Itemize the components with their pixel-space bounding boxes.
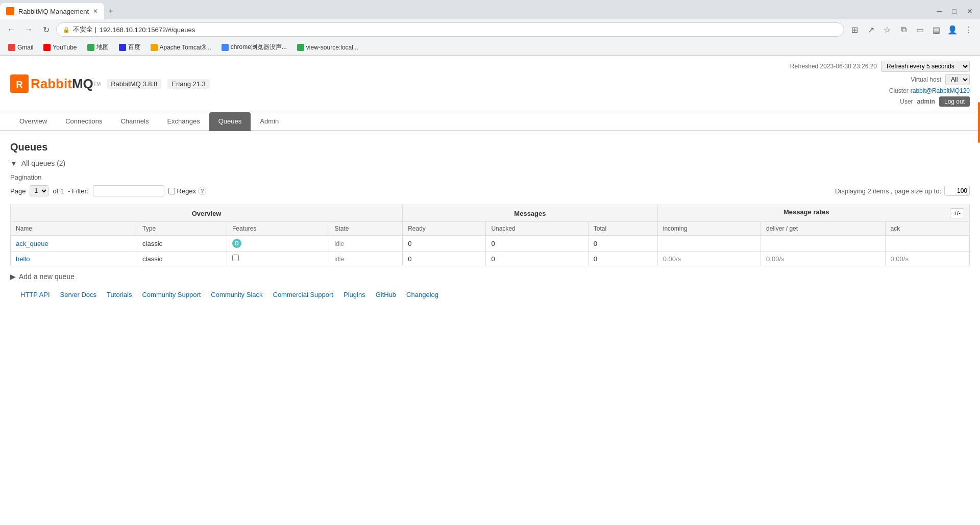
queue-link[interactable]: hello: [16, 255, 30, 263]
maximize-button[interactable]: □: [949, 6, 960, 16]
plus-minus-button[interactable]: +/-: [950, 208, 964, 218]
cluster-link[interactable]: rabbit@RabbitMQ120: [911, 87, 970, 94]
regex-checkbox[interactable]: [168, 188, 175, 194]
pagination-label: Pagination: [10, 173, 970, 181]
tab-overview[interactable]: Overview: [10, 112, 56, 131]
feature-badge: D: [232, 239, 241, 248]
tab-admin[interactable]: Admin: [251, 112, 288, 131]
tab-favicon: [6, 7, 14, 15]
cast-icon[interactable]: ▭: [913, 22, 927, 37]
bookmark-baidu[interactable]: 百度: [115, 42, 144, 53]
address-input[interactable]: 🔒 不安全 | 192.168.10.120:15672/#/queues: [56, 22, 844, 37]
bookmark-gmail[interactable]: Gmail: [4, 43, 37, 52]
menu-icon[interactable]: ⋮: [962, 22, 976, 37]
forward-button[interactable]: →: [21, 22, 36, 37]
back-button[interactable]: ←: [4, 22, 18, 37]
rabbitmq-version: RabbitMQ 3.8.8: [107, 79, 161, 89]
col-unacked: Unacked: [486, 222, 588, 236]
footer-link[interactable]: HTTP API: [20, 291, 50, 298]
page-size-input[interactable]: [944, 186, 970, 196]
footer-link[interactable]: Community Support: [142, 291, 201, 298]
minimize-button[interactable]: ─: [934, 6, 945, 16]
col-features: Features: [227, 222, 329, 236]
footer-link[interactable]: GitHub: [376, 291, 396, 298]
vhost-select[interactable]: All: [945, 74, 970, 85]
refresh-select[interactable]: Refresh every 5 seconds Refresh every 10…: [881, 61, 970, 72]
filter-input[interactable]: [93, 185, 164, 196]
footer-link[interactable]: Plugins: [344, 291, 365, 298]
logout-button[interactable]: Log out: [939, 96, 970, 107]
queue-incoming-cell: [657, 236, 761, 252]
col-ack: ack: [885, 222, 969, 236]
col-deliver-get: deliver / get: [761, 222, 885, 236]
share-icon[interactable]: ↗: [864, 22, 878, 37]
refreshed-timestamp: Refreshed 2023-06-30 23:26:20: [790, 63, 877, 70]
col-ready: Ready: [403, 222, 486, 236]
logo-mq: MQ: [72, 76, 93, 92]
bookmark-source[interactable]: view-source:local...: [293, 43, 362, 52]
footer-link[interactable]: Changelog: [406, 291, 438, 298]
active-tab[interactable]: RabbitMQ Management ✕: [0, 3, 104, 19]
close-button[interactable]: ✕: [964, 6, 976, 16]
queue-state-cell: idle: [329, 252, 403, 266]
bookmark-tomcat[interactable]: Apache Tomcat®...: [146, 43, 215, 52]
tab-channels[interactable]: Channels: [111, 112, 158, 131]
sidebar-icon[interactable]: ▤: [929, 22, 943, 37]
section-overview: Overview: [11, 205, 403, 222]
window-controls: ─ □ ✕: [934, 6, 980, 16]
queue-features-cell: [227, 252, 329, 266]
vhost-row: Virtual host All: [911, 74, 970, 85]
pagination-info: Displaying 2 items , page size up to:: [835, 186, 970, 196]
tab-connections[interactable]: Connections: [56, 112, 111, 131]
footer-link[interactable]: Commercial Support: [273, 291, 334, 298]
browser-toolbar: ⊞ ↗ ☆ ⧉ ▭ ▤ 👤 ⋮: [847, 22, 976, 37]
queue-ack-cell: 0.00/s: [885, 252, 969, 266]
all-queues-label: All queues (2): [21, 159, 65, 167]
queue-ready-cell: 0: [403, 252, 486, 266]
rabbitmq-logo: R RabbitMQTM: [10, 74, 101, 93]
bookmark-maps[interactable]: 地图: [83, 42, 113, 53]
queue-type-cell: classic: [137, 252, 227, 266]
bookmark-youtube[interactable]: YouTube: [39, 43, 81, 52]
bookmark-chrome-label: chrome浏览器没声...: [231, 43, 287, 52]
queues-table: Overview Messages Message rates +/- Name…: [10, 205, 970, 266]
queue-deliver-get-cell: [761, 236, 885, 252]
new-tab-button[interactable]: +: [104, 6, 118, 17]
state-badge: idle: [334, 240, 344, 247]
tab-exchanges[interactable]: Exchanges: [158, 112, 209, 131]
page-select[interactable]: 1: [30, 185, 48, 196]
security-icon: 🔒: [63, 27, 70, 33]
tomcat-favicon: [151, 44, 158, 51]
add-queue-label: Add a new queue: [19, 272, 75, 281]
bookmark-chrome[interactable]: chrome浏览器没声...: [217, 42, 291, 53]
col-name: Name: [11, 222, 137, 236]
queue-incoming-cell: 0.00/s: [657, 252, 761, 266]
baidu-favicon: [119, 44, 126, 51]
app-container: R RabbitMQTM RabbitMQ 3.8.8 Erlang 21.3 …: [0, 56, 980, 525]
table-row: ack_queue classic D idle 0 0 0: [11, 236, 970, 252]
profile-icon[interactable]: 👤: [945, 22, 960, 37]
nav-tabs: Overview Connections Channels Exchanges …: [0, 112, 980, 131]
tab-title: RabbitMQ Management: [18, 8, 89, 15]
scrollbar[interactable]: [978, 102, 980, 143]
queue-link[interactable]: ack_queue: [16, 240, 48, 247]
queue-total-cell: 0: [588, 236, 657, 252]
feature-checkbox[interactable]: [232, 255, 239, 261]
bookmark-baidu-label: 百度: [128, 43, 140, 52]
footer-link[interactable]: Server Docs: [60, 291, 97, 298]
queue-ready-cell: 0: [403, 236, 486, 252]
bookmark-icon[interactable]: ☆: [880, 22, 894, 37]
queue-ack-cell: [885, 236, 969, 252]
queue-features-cell: D: [227, 236, 329, 252]
regex-help[interactable]: ?: [198, 187, 206, 195]
all-queues-section[interactable]: ▼ All queues (2): [10, 159, 970, 167]
footer-link[interactable]: Community Slack: [211, 291, 262, 298]
tab-queues[interactable]: Queues: [209, 112, 251, 131]
logo-tm: TM: [93, 81, 101, 87]
refresh-button[interactable]: ↻: [39, 22, 53, 37]
extensions-icon[interactable]: ⧉: [896, 22, 911, 37]
tab-close-button[interactable]: ✕: [93, 8, 98, 15]
footer-link[interactable]: Tutorials: [107, 291, 132, 298]
add-queue-toggle[interactable]: ▶ Add a new queue: [10, 272, 970, 281]
translate-icon[interactable]: ⊞: [847, 22, 862, 37]
